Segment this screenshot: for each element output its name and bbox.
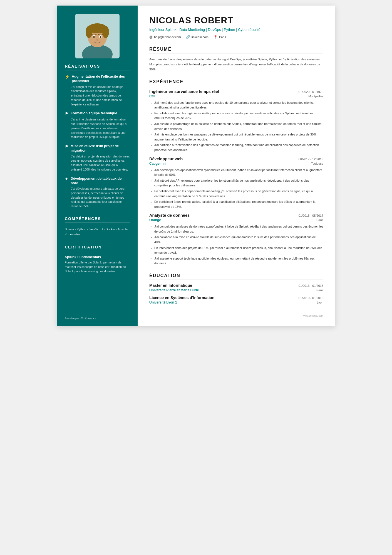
certification-text: Formation offerte par Splunk, permettant… bbox=[65, 260, 130, 273]
job-3-bullet-4: J'ai assuré le support technique quotidi… bbox=[154, 256, 323, 266]
job-3: Analyste de données 01/2015 - 05/2017 Or… bbox=[149, 213, 323, 266]
svg-point-9 bbox=[93, 36, 95, 38]
realisation-text-2: J'ai animé plusieurs sessions de formati… bbox=[65, 117, 130, 139]
realisation-header-3: ⚑ Mise en œuvre d'un projet de migration bbox=[65, 144, 130, 153]
email-contact: @ help@enhancv.com bbox=[149, 35, 181, 39]
realisations-list: ⚡ Augmentation de l'efficacité des proce… bbox=[65, 74, 130, 209]
email-icon: @ bbox=[149, 35, 153, 39]
edu-1-header: Master en Informatique 01/2013 - 01/2015 bbox=[149, 283, 323, 288]
enhancv-logo: ∞ Enhancv bbox=[81, 316, 96, 320]
certification-section: CERTIFICATION Splunk Fundamentals Format… bbox=[65, 245, 130, 273]
education-section-title: ÉDUCATION bbox=[149, 273, 323, 280]
flag-icon-2: ⚑ bbox=[65, 111, 68, 116]
experience-section: EXPÉRIENCE Ingénieur en surveillance tem… bbox=[149, 79, 323, 266]
job-3-bullet-2: J'ai collaboré à la mise en œuvre d'outi… bbox=[154, 235, 323, 245]
candidate-name: NICOLAS ROBERT bbox=[149, 15, 323, 26]
email-value: help@enhancv.com bbox=[154, 35, 181, 39]
star-icon: ★ bbox=[65, 177, 68, 181]
job-1-bullet-3: J'ai assuré le paramétrage de la collect… bbox=[154, 122, 323, 131]
realisation-title-2: Formation équipe technique bbox=[71, 111, 117, 115]
resume-wrapper: RÉALISATIONS ⚡ Augmentation de l'efficac… bbox=[57, 6, 335, 326]
realisation-header-2: ⚑ Formation équipe technique bbox=[65, 111, 130, 116]
job-2-bullet-2: J'ai intégré des API externes pour améli… bbox=[154, 178, 323, 188]
job-2: Développeur web 06/2017 - 12/2019 Capgem… bbox=[149, 157, 323, 209]
job-2-company-row: Capgemini Toulouse bbox=[149, 162, 323, 166]
certification-title-heading: CERTIFICATION bbox=[65, 245, 130, 251]
location-value: Paris bbox=[219, 35, 226, 39]
sidebar-content: RÉALISATIONS ⚡ Augmentation de l'efficac… bbox=[57, 64, 138, 290]
svg-point-10 bbox=[100, 36, 101, 38]
edu-1-date: 01/2013 - 01/2015 bbox=[299, 284, 323, 287]
job-2-header: Développeur web 06/2017 - 12/2019 bbox=[149, 157, 323, 161]
job-1-bullets: J'ai mené des ateliers fonctionnels avec… bbox=[149, 100, 323, 153]
edu-2-degree: Licence en Systèmes d'Information bbox=[149, 295, 214, 300]
job-1-company-row: CGI Montpellier bbox=[149, 94, 323, 98]
realisation-header-1: ⚡ Augmentation de l'efficacité des proce… bbox=[65, 74, 130, 83]
edu-1-location: Paris bbox=[316, 288, 323, 292]
footer-website: www.enhancv.com bbox=[303, 314, 323, 317]
realisation-text-1: J'ai conçu et mis en œuvre une stratégie… bbox=[65, 85, 130, 107]
realisations-section: RÉALISATIONS ⚡ Augmentation de l'efficac… bbox=[65, 64, 130, 209]
job-2-bullet-3: En collaborant avec les départements mar… bbox=[154, 189, 323, 199]
job-3-location: Paris bbox=[316, 218, 323, 222]
edu-2-location: Lyon bbox=[317, 301, 323, 304]
svg-point-6 bbox=[102, 26, 109, 38]
realisation-text-4: J'ai développé plusieurs tableaux de bor… bbox=[65, 187, 130, 209]
website-value: linkedin.com bbox=[192, 35, 209, 39]
main-content: NICOLAS ROBERT Ingénieur Splunk | Data M… bbox=[138, 6, 335, 326]
avatar bbox=[75, 14, 120, 58]
location-contact: 📍 Paris bbox=[214, 35, 226, 39]
job-3-bullets: J'ai conduit des analyses de données app… bbox=[149, 224, 323, 266]
edu-2-date: 01/2010 - 01/2013 bbox=[299, 296, 323, 300]
job-2-company: Capgemini bbox=[149, 162, 166, 166]
job-3-company-row: Orange Paris bbox=[149, 218, 323, 222]
education-item-1: Master en Informatique 01/2013 - 01/2015… bbox=[149, 283, 323, 292]
main-footer: www.enhancv.com bbox=[149, 313, 323, 318]
job-1-location: Montpellier bbox=[308, 95, 323, 98]
realisation-item-4: ★ Développement de tableaux de bord J'ai… bbox=[65, 176, 130, 209]
realisation-header-4: ★ Développement de tableaux de bord bbox=[65, 176, 130, 186]
enhancv-brand: Enhancv bbox=[85, 317, 96, 320]
location-icon: 📍 bbox=[214, 35, 218, 39]
realisation-title-1: Augmentation de l'efficacité des process… bbox=[72, 74, 130, 83]
realisation-item-2: ⚑ Formation équipe technique J'ai animé … bbox=[65, 111, 130, 139]
edu-1-degree: Master en Informatique bbox=[149, 283, 192, 288]
realisation-item-1: ⚡ Augmentation de l'efficacité des proce… bbox=[65, 74, 130, 107]
resume-section: RÉSUMÉ Avec plus de 5 ans d'expérience d… bbox=[149, 47, 323, 72]
job-2-bullet-4: En participant à des projets agiles, j'a… bbox=[154, 199, 323, 209]
realisation-title-3: Mise en œuvre d'un projet de migration bbox=[71, 144, 130, 153]
job-subtitle: Ingénieur Splunk | Data Monitoring | Dev… bbox=[149, 27, 323, 32]
job-1-bullet-4: J'ai mis en place des bonnes pratiques d… bbox=[154, 132, 323, 142]
education-item-2: Licence en Systèmes d'Information 01/201… bbox=[149, 295, 323, 304]
realisation-title-4: Développement de tableaux de bord bbox=[71, 176, 130, 186]
edu-2-header: Licence en Systèmes d'Information 01/201… bbox=[149, 295, 323, 300]
job-1-date: 01/2020 - 01/1970 bbox=[299, 90, 323, 93]
edu-2-school-row: Université Lyon 1 Lyon bbox=[149, 300, 323, 304]
job-1-title: Ingénieur en surveillance temps réel bbox=[149, 89, 219, 94]
job-3-bullet-3: En intervenant dans des projets de RPA, … bbox=[154, 246, 323, 255]
svg-point-11 bbox=[96, 39, 98, 41]
job-2-bullets: J'ai développé des applications web dyna… bbox=[149, 168, 323, 209]
job-1-bullet-2: En collaborant avec les ingénieurs kinét… bbox=[154, 111, 323, 121]
contact-row: @ help@enhancv.com 🔗 linkedin.com 📍 Pari… bbox=[149, 35, 323, 39]
job-3-bullet-1: J'ai conduit des analyses de données app… bbox=[154, 224, 323, 234]
realisation-item-3: ⚑ Mise en œuvre d'un projet de migration… bbox=[65, 144, 130, 172]
job-1-company: CGI bbox=[149, 94, 155, 98]
photo-area bbox=[57, 6, 138, 64]
job-3-header: Analyste de données 01/2015 - 05/2017 bbox=[149, 213, 323, 218]
job-1-bullet-1: J'ai mené des ateliers fonctionnels avec… bbox=[154, 100, 323, 110]
competences-section: COMPÉTENCES Splunk · Python · JavaScript… bbox=[65, 216, 130, 237]
svg-point-5 bbox=[86, 26, 92, 38]
job-3-date: 01/2015 - 05/2017 bbox=[299, 214, 323, 217]
lightning-icon: ⚡ bbox=[65, 75, 70, 79]
sidebar-footer: Propulsé par ∞ Enhancv bbox=[57, 310, 138, 326]
certification-name: Splunk Fundamentals bbox=[65, 255, 130, 259]
realisations-title: RÉALISATIONS bbox=[65, 64, 130, 70]
job-2-bullet-1: J'ai développé des applications web dyna… bbox=[154, 168, 323, 177]
job-1-header: Ingénieur en surveillance temps réel 01/… bbox=[149, 89, 323, 94]
job-1-bullet-5: J'ai participé à l'optimisation des algo… bbox=[154, 143, 323, 152]
resume-body-text: Avec plus de 5 ans d'expérience dans le … bbox=[149, 57, 323, 72]
flag-icon-3: ⚑ bbox=[65, 144, 68, 149]
realisation-text-3: J'ai dirigé un projet de migration des d… bbox=[65, 154, 130, 172]
experience-section-title: EXPÉRIENCE bbox=[149, 79, 323, 86]
